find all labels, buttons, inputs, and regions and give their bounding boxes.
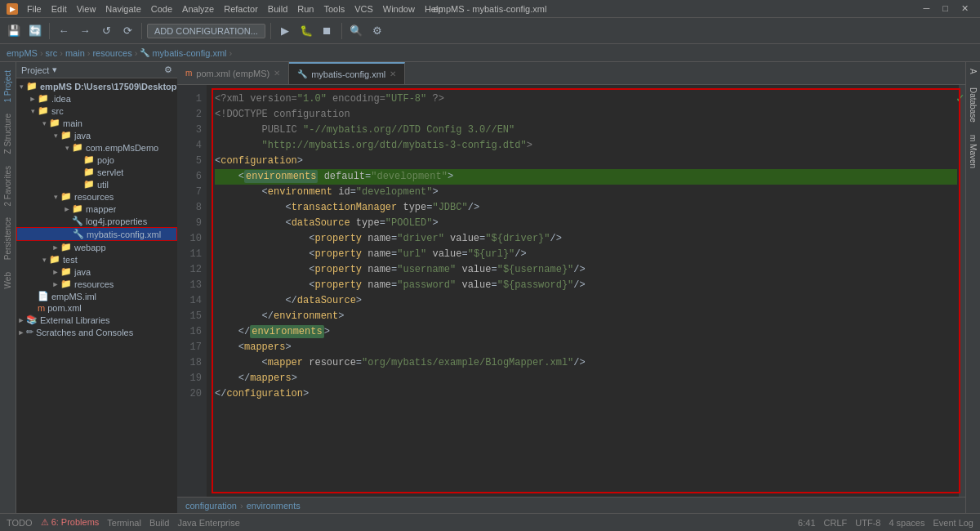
status-build[interactable]: Build xyxy=(149,518,169,528)
menu-navigate[interactable]: Navigate xyxy=(101,2,145,16)
toolbar-sep-1 xyxy=(49,23,50,39)
code-line-13: <property name="password" value="${passw… xyxy=(215,278,957,293)
tree-item-test[interactable]: ▾ 📁 test xyxy=(16,253,177,266)
code-line-8: <transactionManager type="JDBC"/> xyxy=(215,200,957,216)
tree-item-package[interactable]: ▾ 📁 com.empMsDemo xyxy=(16,141,177,154)
structure-tab[interactable]: Z Structure xyxy=(2,109,14,158)
code-line-12: <property name="username" value="${usern… xyxy=(215,262,957,278)
tree-item-src[interactable]: ▾ 📁 src xyxy=(16,105,177,117)
window-controls: ─ □ ✕ xyxy=(919,3,973,14)
status-encoding[interactable]: UTF-8 xyxy=(855,518,880,528)
maximize-button[interactable]: □ xyxy=(938,3,953,14)
code-line-15: </environment> xyxy=(215,309,957,324)
favorites-tab[interactable]: 2 Favorites xyxy=(2,161,14,211)
tree-item-mapper[interactable]: ► 📁 mapper xyxy=(16,203,177,215)
menu-analyze[interactable]: Analyze xyxy=(178,2,218,16)
tree-item-webapp[interactable]: ► 📁 webapp xyxy=(16,241,177,253)
tab-mybatis-close[interactable]: ✕ xyxy=(390,69,396,78)
status-line-col[interactable]: 6:41 xyxy=(798,518,815,528)
breadcrumb: empMS › src › main › resources › 🔧 mybat… xyxy=(0,44,980,62)
editor-gutter: ✓ xyxy=(959,85,965,497)
project-tab[interactable]: 1 Project xyxy=(2,65,14,107)
tab-pom-xml[interactable]: m pom.xml (empMS) ✕ xyxy=(177,62,289,84)
line-numbers: 12345 678910 1112131415 1617181920 xyxy=(177,85,207,497)
toolbar-search[interactable]: 🔍 xyxy=(347,22,365,40)
tree-item-main[interactable]: ▾ 📁 main xyxy=(16,117,177,129)
status-event-log[interactable]: Event Log xyxy=(933,518,973,528)
tab-pom-close[interactable]: ✕ xyxy=(274,69,280,78)
tree-item-iml[interactable]: ► 📄 empMS.iml xyxy=(16,290,177,302)
tree-item-mybatis-config[interactable]: ► 🔧 mybatis-config.xml xyxy=(16,227,177,241)
tree-item-empms[interactable]: ▾ 📁 empMS D:\Users\17509\Desktop xyxy=(16,80,177,92)
tree-item-scratches[interactable]: ► ✏ Scratches and Consoles xyxy=(16,326,177,338)
menu-edit[interactable]: Edit xyxy=(47,2,71,16)
tree-item-java[interactable]: ▾ 📁 java xyxy=(16,129,177,141)
menu-tools[interactable]: Tools xyxy=(319,2,349,16)
tree-item-servlet[interactable]: ► 📁 servlet xyxy=(16,166,177,178)
menu-build[interactable]: Build xyxy=(264,2,292,16)
project-dropdown-icon[interactable]: ▾ xyxy=(52,65,57,75)
breadcrumb-src[interactable]: src xyxy=(46,48,58,58)
tree-item-test-java[interactable]: ► 📁 java xyxy=(16,266,177,278)
toolbar-forward[interactable]: → xyxy=(76,22,94,40)
menu-vcs[interactable]: VCS xyxy=(350,2,377,16)
menu-view[interactable]: View xyxy=(73,2,100,16)
right-tab-database[interactable]: Database xyxy=(966,81,980,129)
breadcrumb-main[interactable]: main xyxy=(65,48,85,58)
editor-breadcrumb-environments[interactable]: environments xyxy=(247,501,301,511)
close-button[interactable]: ✕ xyxy=(956,3,973,14)
project-title: Project xyxy=(21,65,49,75)
tab-mybatis-config[interactable]: 🔧 mybatis-config.xml ✕ xyxy=(289,62,405,84)
web-tab[interactable]: Web xyxy=(2,267,14,293)
tree-item-ext-libs[interactable]: ► 📚 External Libraries xyxy=(16,314,177,326)
menu-file[interactable]: File xyxy=(23,2,46,16)
menu-code[interactable]: Code xyxy=(147,2,176,16)
toolbar-navigate[interactable]: ⟳ xyxy=(118,22,136,40)
editor-breadcrumb-config[interactable]: configuration xyxy=(185,501,237,511)
code-line-3: PUBLIC "-//mybatis.org//DTD Config 3.0//… xyxy=(215,123,957,138)
menu-run[interactable]: Run xyxy=(293,2,318,16)
breadcrumb-file[interactable]: mybatis-config.xml xyxy=(152,48,226,58)
breadcrumb-empms[interactable]: empMS xyxy=(7,48,38,58)
right-tab-ant[interactable]: A xyxy=(966,62,980,81)
project-header: Project ▾ ⚙ xyxy=(16,62,177,78)
code-area[interactable]: <?xml version="1.0" encoding="UTF-8" ?> … xyxy=(207,85,965,497)
tree-item-idea[interactable]: ► 📁 .idea xyxy=(16,92,177,105)
status-indent[interactable]: 4 spaces xyxy=(889,518,924,528)
menu-window[interactable]: Window xyxy=(379,2,419,16)
minimize-button[interactable]: ─ xyxy=(919,3,935,14)
add-configuration-button[interactable]: ADD CONFIGURATION... xyxy=(147,24,265,38)
toolbar-back[interactable]: ← xyxy=(55,22,73,40)
toolbar-refresh[interactable]: ↺ xyxy=(97,22,115,40)
status-java[interactable]: Java Enterprise xyxy=(177,518,239,528)
tree-item-test-resources[interactable]: ► 📁 resources xyxy=(16,278,177,290)
code-line-9: <dataSource type="POOLED"> xyxy=(215,216,957,231)
code-line-4: "http://mybatis.org/dtd/mybatis-3-config… xyxy=(215,138,957,154)
toolbar-settings[interactable]: ⚙ xyxy=(368,22,386,40)
tree-item-log4j[interactable]: ► 🔧 log4j.properties xyxy=(16,215,177,227)
tree-item-pojo[interactable]: ► 📁 pojo xyxy=(16,154,177,166)
tab-mybatis-label: mybatis-config.xml xyxy=(311,69,385,79)
right-tab-maven[interactable]: m Maven xyxy=(966,128,980,175)
status-problems[interactable]: ⚠ 6: Problems xyxy=(41,517,100,528)
project-gear-icon[interactable]: ⚙ xyxy=(164,65,172,75)
breadcrumb-resources[interactable]: resources xyxy=(92,48,131,58)
status-todo[interactable]: TODO xyxy=(7,518,33,528)
tree-item-pom[interactable]: ► m pom.xml xyxy=(16,302,177,314)
toolbar-save[interactable]: 💾 xyxy=(5,22,23,40)
toolbar-stop[interactable]: ⏹ xyxy=(318,22,336,40)
status-terminal[interactable]: Terminal xyxy=(107,518,141,528)
app-icon: ▶ xyxy=(7,3,18,15)
persistence-tab[interactable]: Persistence xyxy=(2,212,14,265)
menu-refactor[interactable]: Refactor xyxy=(220,2,262,16)
tree-item-resources[interactable]: ▾ 📁 resources xyxy=(16,190,177,203)
code-line-6: <environments default="development"> xyxy=(215,169,957,185)
tree-item-util[interactable]: ► 📁 util xyxy=(16,178,177,190)
toolbar: 💾 🔄 ← → ↺ ⟳ ADD CONFIGURATION... ▶ 🐛 ⏹ 🔍… xyxy=(0,18,980,44)
status-left: TODO ⚠ 6: Problems Terminal Build Java E… xyxy=(7,517,240,528)
toolbar-sync[interactable]: 🔄 xyxy=(26,22,44,40)
toolbar-run[interactable]: ▶ xyxy=(276,22,294,40)
status-right: 6:41 CRLF UTF-8 4 spaces Event Log xyxy=(798,518,973,528)
toolbar-debug[interactable]: 🐛 xyxy=(297,22,315,40)
status-crlf[interactable]: CRLF xyxy=(824,518,848,528)
